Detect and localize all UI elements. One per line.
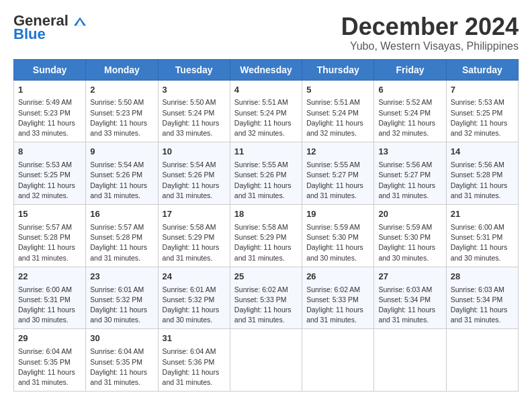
calendar-week-1: 1 Sunrise: 5:49 AM Sunset: 5:23 PM Dayli…	[14, 80, 519, 142]
sunset-label: Sunset: 5:29 PM	[234, 233, 287, 241]
sunset-label: Sunset: 5:24 PM	[163, 109, 215, 117]
day-number: 13	[378, 146, 441, 158]
sunset-label: Sunset: 5:28 PM	[18, 233, 71, 241]
calendar-week-5: 29 Sunrise: 6:04 AM Sunset: 5:35 PM Dayl…	[14, 329, 519, 392]
daylight-label: Daylight: 11 hours and 33 minutes.	[90, 119, 147, 137]
page-header: General Blue December 2024 Yubo, Western…	[13, 13, 519, 52]
day-number: 20	[378, 208, 441, 221]
sunset-label: Sunset: 5:31 PM	[18, 295, 71, 304]
sunset-label: Sunset: 5:31 PM	[451, 233, 503, 241]
calendar-cell-19: 19 Sunrise: 5:59 AM Sunset: 5:30 PM Dayl…	[302, 205, 374, 267]
day-number: 18	[234, 208, 298, 221]
month-title: December 2024	[341, 13, 519, 40]
day-number: 6	[378, 84, 441, 97]
day-number: 5	[306, 84, 369, 97]
header-tuesday: Tuesday	[158, 59, 230, 80]
logo-blue: Blue	[13, 26, 46, 43]
daylight-label: Daylight: 11 hours and 31 minutes.	[234, 181, 292, 199]
sunrise-label: Sunrise: 6:03 AM	[378, 285, 432, 293]
sunrise-label: Sunrise: 5:51 AM	[306, 98, 360, 106]
calendar-cell-16: 16 Sunrise: 5:57 AM Sunset: 5:28 PM Dayl…	[86, 205, 158, 267]
day-number: 28	[451, 271, 514, 283]
calendar-cell-14: 14 Sunrise: 5:56 AM Sunset: 5:28 PM Dayl…	[446, 142, 518, 205]
daylight-label: Daylight: 11 hours and 31 minutes.	[163, 181, 220, 199]
day-number: 25	[234, 271, 298, 283]
sunset-label: Sunset: 5:32 PM	[90, 295, 142, 304]
day-number: 27	[378, 271, 441, 283]
daylight-label: Daylight: 11 hours and 31 minutes.	[90, 181, 147, 199]
day-number: 24	[163, 271, 226, 283]
sunrise-label: Sunrise: 5:58 AM	[234, 223, 288, 231]
header-monday: Monday	[86, 59, 158, 80]
sunset-label: Sunset: 5:29 PM	[163, 233, 215, 241]
daylight-label: Daylight: 11 hours and 30 minutes.	[378, 243, 435, 261]
calendar-cell-12: 12 Sunrise: 5:55 AM Sunset: 5:27 PM Dayl…	[302, 142, 374, 205]
calendar-cell-21: 21 Sunrise: 6:00 AM Sunset: 5:31 PM Dayl…	[446, 205, 518, 267]
calendar-cell-4: 4 Sunrise: 5:51 AM Sunset: 5:24 PM Dayli…	[230, 80, 302, 142]
calendar-week-3: 15 Sunrise: 5:57 AM Sunset: 5:28 PM Dayl…	[14, 205, 519, 267]
daylight-label: Daylight: 11 hours and 31 minutes.	[163, 243, 220, 261]
daylight-label: Daylight: 11 hours and 32 minutes.	[378, 119, 435, 137]
sunrise-label: Sunrise: 6:00 AM	[451, 223, 504, 231]
sunset-label: Sunset: 5:23 PM	[18, 109, 71, 117]
calendar-cell-empty-5	[374, 329, 446, 392]
daylight-label: Daylight: 11 hours and 31 minutes.	[90, 243, 147, 261]
day-number: 11	[234, 146, 298, 158]
daylight-label: Daylight: 11 hours and 30 minutes.	[451, 243, 508, 261]
sunset-label: Sunset: 5:24 PM	[306, 109, 359, 117]
calendar-cell-9: 9 Sunrise: 5:54 AM Sunset: 5:26 PM Dayli…	[86, 142, 158, 205]
logo-icon	[74, 17, 86, 26]
sunrise-label: Sunrise: 5:56 AM	[378, 161, 432, 169]
calendar-cell-15: 15 Sunrise: 5:57 AM Sunset: 5:28 PM Dayl…	[14, 205, 86, 267]
day-number: 10	[163, 146, 226, 158]
daylight-label: Daylight: 11 hours and 30 minutes.	[18, 306, 75, 324]
sunset-label: Sunset: 5:25 PM	[18, 171, 71, 179]
sunrise-label: Sunrise: 6:01 AM	[163, 285, 216, 293]
daylight-label: Daylight: 11 hours and 31 minutes.	[378, 306, 435, 324]
daylight-label: Daylight: 11 hours and 31 minutes.	[451, 181, 508, 199]
day-number: 9	[90, 146, 153, 158]
calendar-cell-13: 13 Sunrise: 5:56 AM Sunset: 5:27 PM Dayl…	[374, 142, 446, 205]
sunset-label: Sunset: 5:34 PM	[451, 295, 503, 304]
daylight-label: Daylight: 11 hours and 32 minutes.	[306, 119, 363, 137]
sunset-label: Sunset: 5:34 PM	[378, 295, 431, 304]
daylight-label: Daylight: 11 hours and 30 minutes.	[306, 243, 363, 261]
calendar-cell-10: 10 Sunrise: 5:54 AM Sunset: 5:26 PM Dayl…	[158, 142, 230, 205]
day-number: 23	[90, 271, 153, 283]
sunrise-label: Sunrise: 5:50 AM	[90, 98, 144, 106]
daylight-label: Daylight: 11 hours and 30 minutes.	[90, 306, 147, 324]
daylight-label: Daylight: 11 hours and 33 minutes.	[18, 119, 75, 137]
calendar-table: Sunday Monday Tuesday Wednesday Thursday…	[13, 59, 519, 392]
calendar-cell-27: 27 Sunrise: 6:03 AM Sunset: 5:34 PM Dayl…	[374, 267, 446, 329]
calendar-week-2: 8 Sunrise: 5:53 AM Sunset: 5:25 PM Dayli…	[14, 142, 519, 205]
daylight-label: Daylight: 11 hours and 30 minutes.	[163, 306, 220, 324]
sunset-label: Sunset: 5:28 PM	[90, 233, 142, 241]
calendar-cell-empty-4	[302, 329, 374, 392]
calendar-cell-1: 1 Sunrise: 5:49 AM Sunset: 5:23 PM Dayli…	[14, 80, 86, 142]
daylight-label: Daylight: 11 hours and 31 minutes.	[18, 243, 75, 261]
sunset-label: Sunset: 5:30 PM	[378, 233, 431, 241]
daylight-label: Daylight: 11 hours and 31 minutes.	[306, 306, 363, 324]
sunrise-label: Sunrise: 5:50 AM	[163, 98, 216, 106]
daylight-label: Daylight: 11 hours and 31 minutes.	[451, 306, 508, 324]
sunrise-label: Sunrise: 6:04 AM	[18, 347, 72, 355]
sunrise-label: Sunrise: 5:54 AM	[90, 161, 144, 169]
day-number: 14	[451, 146, 514, 158]
calendar-cell-17: 17 Sunrise: 5:58 AM Sunset: 5:29 PM Dayl…	[158, 205, 230, 267]
header-thursday: Thursday	[302, 59, 374, 80]
sunset-label: Sunset: 5:30 PM	[306, 233, 359, 241]
sunset-label: Sunset: 5:35 PM	[18, 358, 71, 366]
day-number: 17	[163, 208, 226, 221]
sunrise-label: Sunrise: 5:55 AM	[306, 161, 360, 169]
sunset-label: Sunset: 5:26 PM	[163, 171, 215, 179]
day-number: 30	[90, 332, 153, 345]
sunrise-label: Sunrise: 6:00 AM	[18, 285, 72, 293]
sunset-label: Sunset: 5:26 PM	[234, 171, 287, 179]
sunrise-label: Sunrise: 5:51 AM	[234, 98, 288, 106]
day-number: 1	[18, 84, 81, 97]
sunrise-label: Sunrise: 6:03 AM	[451, 285, 504, 293]
sunrise-label: Sunrise: 5:52 AM	[378, 98, 432, 106]
sunrise-label: Sunrise: 6:02 AM	[234, 285, 288, 293]
sunrise-label: Sunrise: 5:55 AM	[234, 161, 288, 169]
sunset-label: Sunset: 5:24 PM	[234, 109, 287, 117]
